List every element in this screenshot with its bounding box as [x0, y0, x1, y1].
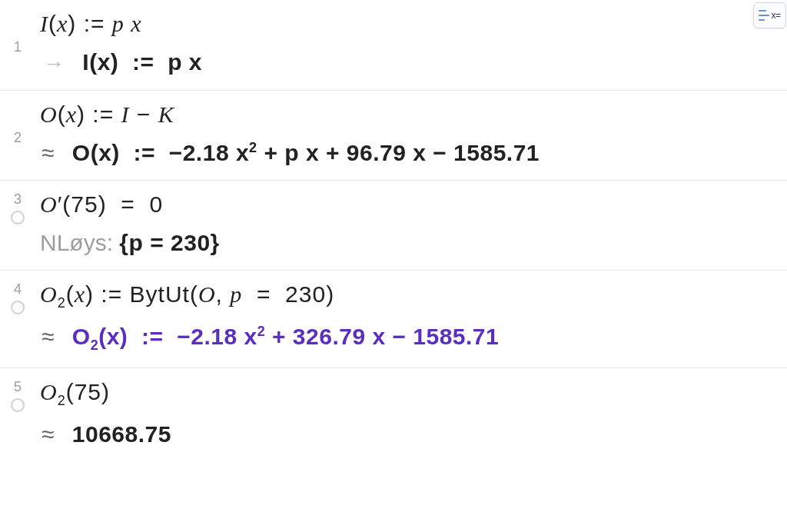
keyboard-toggle-button[interactable]: x= [753, 2, 786, 28]
cell-content[interactable]: O2(x) := BytUt(O, p = 230) ≈ O2(x) := −2… [35, 271, 787, 367]
cas-cell[interactable]: 3 O′(75) = 0 NLøys: {p = 230} [0, 181, 787, 271]
cell-gutter: 3 [0, 181, 35, 270]
cell-output: → I(x) := p x [40, 45, 782, 81]
cell-output: NLøys: {p = 230} [40, 225, 782, 261]
cell-content[interactable]: O(x) := I − K ≈ O(x) := −2.18 x2 + p x +… [35, 91, 787, 180]
cell-output: ≈ O(x) := −2.18 x2 + p x + 96.79 x − 158… [40, 135, 782, 171]
cell-output: ≈ 10668.75 [40, 417, 782, 452]
cell-input[interactable]: O′(75) = 0 [40, 188, 782, 225]
arrow-right-icon: → [43, 52, 65, 76]
cell-gutter: 4 [0, 271, 35, 367]
marble-icon[interactable] [11, 301, 25, 314]
cell-number: 2 [14, 130, 22, 146]
cell-input[interactable]: O2(x) := BytUt(O, p = 230) [40, 278, 782, 319]
approx-icon: ≈ [42, 421, 55, 447]
cell-gutter: 2 [0, 91, 35, 180]
cell-content[interactable]: O2(75) ≈ 10668.75 [35, 368, 787, 461]
approx-icon: ≈ [42, 324, 55, 350]
marble-icon[interactable] [11, 211, 25, 224]
cas-cell[interactable]: 4 O2(x) := BytUt(O, p = 230) ≈ O2(x) := … [0, 271, 787, 368]
marble-icon[interactable] [11, 398, 25, 412]
cell-input[interactable]: I(x) := p x [40, 8, 782, 45]
cell-input[interactable]: O(x) := I − K [40, 98, 782, 135]
solve-label: NLøys: [40, 230, 119, 255]
list-icon [759, 10, 769, 21]
cell-number: 1 [14, 39, 22, 55]
cell-number: 4 [14, 281, 22, 298]
approx-icon: ≈ [42, 140, 55, 166]
cell-content[interactable]: I(x) := p x → I(x) := p x [35, 0, 787, 90]
cell-output: ≈ O2(x) := −2.18 x2 + 326.79 x − 1585.71 [40, 319, 782, 358]
cell-content[interactable]: O′(75) = 0 NLøys: {p = 230} [35, 181, 787, 270]
cell-gutter: 5 [0, 368, 35, 461]
cas-cell[interactable]: 2 O(x) := I − K ≈ O(x) := −2.18 x2 + p x… [0, 91, 787, 181]
keyboard-tab-label: x= [771, 10, 780, 21]
cas-view: x= 1 I(x) := p x → I(x) := p x 2 O(x) :=… [0, 0, 787, 532]
cell-input[interactable]: O2(75) [40, 376, 782, 417]
cas-cell[interactable]: 5 O2(75) ≈ 10668.75 [0, 368, 787, 461]
cas-cell[interactable]: 1 I(x) := p x → I(x) := p x [0, 0, 787, 91]
cell-number: 5 [14, 379, 22, 395]
cell-number: 3 [14, 191, 22, 208]
cell-gutter: 1 [0, 0, 35, 90]
